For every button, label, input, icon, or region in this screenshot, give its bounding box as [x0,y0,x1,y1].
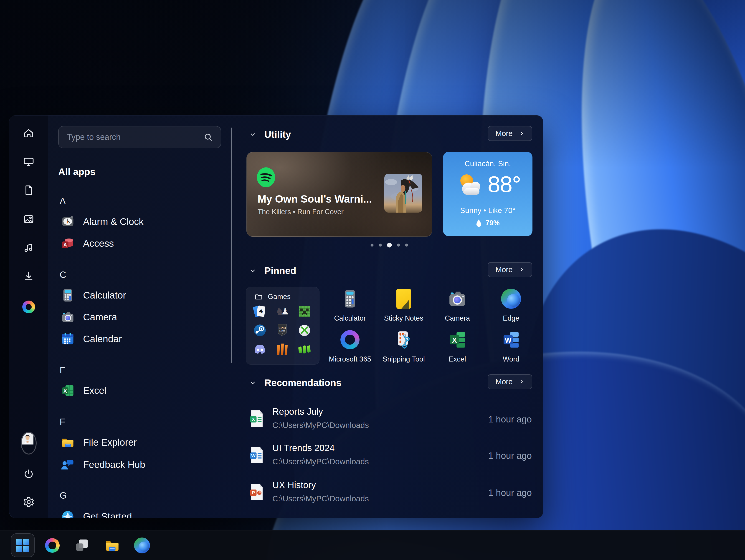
pinned-more-button[interactable]: More [488,262,532,277]
weather-location: Culiacán, Sin. [443,160,532,168]
recommendation-ui-trends-2024[interactable]: W UI Trends 2024 C:\Users\MyPC\Downloads… [248,440,532,470]
start-menu-rail [9,115,48,518]
widget-carousel-dots[interactable] [371,243,408,248]
task-view-icon[interactable] [73,537,90,554]
carousel-dot-active[interactable] [387,243,392,248]
section-title: Pinned [264,265,296,276]
steam-icon[interactable] [254,324,266,337]
pinned-app-label: Edge [503,314,519,322]
pinned-app-sticky-notes[interactable]: Sticky Notes [379,288,429,322]
droplet-icon [476,219,482,227]
home-icon[interactable] [21,125,37,141]
chevron-right-icon [519,266,524,273]
app-row-get-started[interactable]: Get Started [61,509,132,518]
epic-games-icon[interactable]: EPICGAMES [276,324,289,337]
carousel-dot[interactable] [371,244,374,247]
carousel-dot[interactable] [405,244,408,247]
microsoft-365-icon [339,329,360,350]
file-explorer-icon[interactable] [104,537,121,554]
settings-gear-icon[interactable] [21,494,37,510]
track-title: My Own Soul’s Warni... [258,193,372,205]
app-list-scrollbar[interactable] [231,128,232,363]
recommendation-title: UI Trends 2024 [272,443,335,453]
recommendation-time: 1 hour ago [488,414,532,424]
discord-icon[interactable] [254,343,266,356]
app-label: Camera [83,312,117,323]
spotify-now-playing-widget[interactable]: My Own Soul’s Warni... The Killers • Run… [247,152,432,237]
utility-more-button[interactable]: More [488,126,532,141]
pictures-icon[interactable] [21,211,37,227]
music-icon[interactable] [21,240,37,255]
svg-text:GAMES: GAMES [279,330,285,332]
svg-text:X: X [452,336,457,344]
recommendation-title: UX History [272,480,316,490]
svg-text:X: X [63,388,67,394]
user-avatar[interactable] [21,435,37,451]
app-label: Alarm & Clock [83,216,143,227]
excel-file-icon: X [250,410,264,427]
chevron-down-icon[interactable] [249,131,256,138]
chevron-down-icon[interactable] [249,268,256,274]
chevron-down-icon[interactable] [249,380,256,386]
recommendation-ux-history[interactable]: P UX History C:\Users\MyPC\Downloads 1 h… [248,477,532,507]
recommendations-more-button[interactable]: More [488,374,532,389]
start-button[interactable] [11,533,35,557]
more-label: More [495,129,513,138]
get-started-icon [61,510,75,518]
section-letter: G [60,490,67,501]
folder-icon [255,292,263,301]
pinned-app-excel[interactable]: X Excel [432,329,482,363]
app-row-excel[interactable]: X Excel [61,383,106,398]
pinned-app-label: Camera [445,314,470,322]
recommendation-reports-july[interactable]: X Reports July C:\Users\MyPC\Downloads 1… [248,404,532,433]
app-row-calendar[interactable]: Calendar [61,332,122,346]
documents-icon[interactable] [21,182,37,198]
chevron-right-icon [519,378,524,385]
app-label: Get Started [83,511,132,518]
carousel-dot[interactable] [379,244,382,247]
games-folder-header: Games [255,292,291,301]
pinned-app-snipping-tool[interactable]: Snipping Tool [379,329,429,363]
pinned-app-microsoft-365[interactable]: Microsoft 365 [325,329,375,363]
section-letter: F [60,417,65,427]
chevron-right-icon [519,130,524,137]
green-tiles-game-icon[interactable] [298,343,311,356]
app-row-file-explorer[interactable]: File Explorer [61,435,137,450]
pinned-app-calculator[interactable]: Calculator [325,288,375,322]
downloads-icon[interactable] [21,268,37,284]
carousel-dot[interactable] [397,244,400,247]
pinned-app-edge[interactable]: Edge [486,288,536,322]
power-icon[interactable] [21,466,37,482]
pinned-folder-games[interactable]: Games ♠ ♞ ♟ EPICGAMES [246,287,320,365]
powerpoint-file-icon: P [250,483,264,501]
search-input[interactable] [66,132,199,142]
more-label: More [495,265,513,274]
edge-icon [500,288,522,309]
copilot-icon[interactable] [44,537,61,554]
desktop-icon[interactable] [21,154,37,170]
pinned-app-word[interactable]: W Word [486,329,536,363]
svg-text:P: P [252,490,255,495]
copilot-icon[interactable] [21,299,37,315]
app-label: Excel [83,385,106,396]
app-row-calculator[interactable]: Calculator [61,288,126,303]
xbox-icon[interactable] [298,324,311,337]
search-box[interactable] [58,126,221,148]
album-art [384,174,422,213]
app-row-camera[interactable]: Camera [61,310,117,324]
edge-icon[interactable] [134,537,151,554]
app-row-access[interactable]: A Access [61,236,114,251]
solitaire-icon[interactable]: ♠ [254,305,266,318]
app-row-feedback-hub[interactable]: Feedback Hub [61,457,145,472]
pinned-app-camera[interactable]: Camera [432,288,482,322]
chess-icon[interactable]: ♞ ♟ [276,305,289,318]
app-row-alarm-clock[interactable]: Alarm & Clock [61,214,143,229]
cod-black-ops-icon[interactable] [276,343,289,356]
access-icon: A [61,237,75,251]
weather-widget[interactable]: Culiacán, Sin. 88° Sunny • Like 70° 79% [443,152,532,236]
section-letter: A [60,196,66,206]
app-label: File Explorer [83,437,137,448]
section-letter: E [60,365,66,375]
minecraft-icon[interactable] [298,305,311,318]
recommendations-section-header: Recomendations [249,376,341,390]
